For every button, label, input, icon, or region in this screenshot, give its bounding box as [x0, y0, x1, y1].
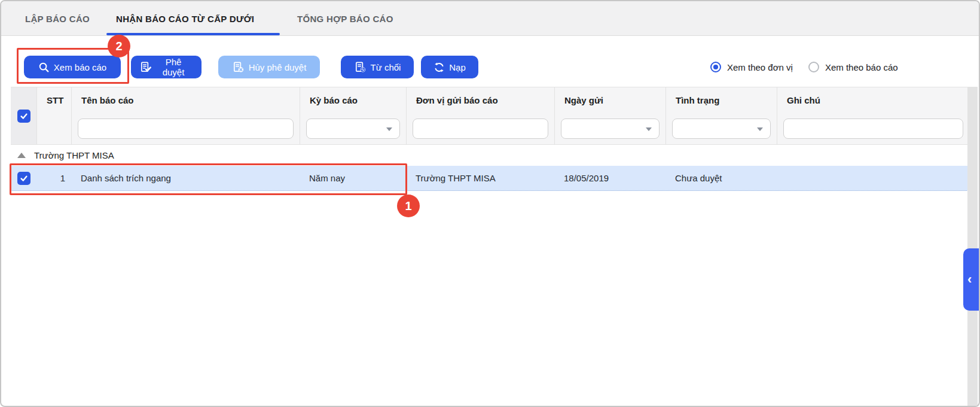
annotation-badge-step1: 1 [397, 195, 420, 217]
reload-label: Nạp [449, 62, 466, 72]
radio-view-by-unit-label: Xem theo đơn vị [727, 62, 793, 72]
column-don-vi-gui[interactable]: Đơn vị gửi báo cáo [407, 87, 555, 144]
cell-stt: 1 [37, 166, 72, 190]
approve-label: Phê duyệt [154, 57, 193, 77]
column-stt-label: STT [37, 87, 71, 113]
tab-lap-bao-cao[interactable]: LẬP BÁO CÁO [25, 1, 90, 36]
sync-icon [433, 62, 445, 73]
toolbar: Xem báo cáo Phê duyệt Hủy phê duyệt [1, 37, 979, 87]
grid-header: STT Tên báo cáo Kỳ báo cáo Đơn vị gửi bá… [11, 87, 970, 145]
select-all-checkbox[interactable] [17, 110, 30, 123]
column-ngay-gui-label: Ngày gửi [555, 87, 665, 113]
check-icon [20, 174, 28, 183]
filter-ten-bao-cao-input[interactable] [78, 119, 293, 138]
column-ky-bao-cao[interactable]: Kỳ báo cáo [300, 87, 407, 144]
search-icon [38, 62, 50, 73]
view-report-button[interactable]: Xem báo cáo [24, 56, 121, 78]
filter-ghi-chu[interactable] [783, 119, 963, 139]
column-don-vi-gui-label: Đơn vị gửi báo cáo [407, 87, 554, 113]
group-row-label: Trường THPT MISA [34, 150, 114, 160]
cell-ghi-chu [777, 166, 970, 190]
approve-doc-icon [139, 61, 152, 73]
row-checkbox-cell [11, 166, 37, 190]
row-checkbox[interactable] [17, 172, 30, 185]
filter-ky-bao-cao-input[interactable] [307, 119, 399, 138]
chevron-left-icon: ‹ [967, 273, 972, 286]
cell-ky-bao-cao: Năm nay [300, 166, 407, 190]
group-row-truong-thpt-misa[interactable]: Trường THPT MISA [11, 145, 970, 166]
select-all-cell [11, 87, 37, 144]
filter-tinh-trang-input[interactable] [673, 119, 770, 138]
column-ngay-gui[interactable]: Ngày gửi [555, 87, 666, 144]
report-grid: STT Tên báo cáo Kỳ báo cáo Đơn vị gửi bá… [11, 87, 970, 191]
column-stt[interactable]: STT [37, 87, 72, 144]
radio-view-by-unit[interactable]: Xem theo đơn vị [710, 62, 793, 72]
unapprove-doc-icon [232, 61, 245, 73]
tab-bar: LẬP BÁO CÁO NHẬN BÁO CÁO TỪ CẤP DƯỚI TỔN… [1, 1, 979, 36]
view-mode-radio-group: Xem theo đơn vị Xem theo báo cáo [710, 56, 898, 78]
app-window: LẬP BÁO CÁO NHẬN BÁO CÁO TỪ CẤP DƯỚI TỔN… [0, 0, 980, 407]
reject-button[interactable]: Từ chối [341, 56, 414, 78]
filter-tinh-trang[interactable] [672, 119, 771, 139]
filter-ten-bao-cao[interactable] [78, 119, 294, 139]
column-ky-bao-cao-label: Kỳ báo cáo [300, 87, 406, 113]
column-tinh-trang[interactable]: Tình trạng [666, 87, 777, 144]
radio-selected-icon [710, 62, 721, 72]
column-ten-bao-cao-label: Tên báo cáo [72, 87, 300, 113]
reject-doc-icon [354, 61, 367, 73]
reject-label: Từ chối [371, 62, 401, 72]
scrollbar-track[interactable] [967, 87, 978, 406]
filter-don-vi-gui-input[interactable] [413, 119, 548, 138]
column-ghi-chu-label: Ghi chú [777, 87, 969, 113]
radio-view-by-report[interactable]: Xem theo báo cáo [808, 62, 898, 72]
unapprove-label: Hủy phê duyệt [249, 62, 307, 72]
cell-don-vi-gui: Trường THPT MISA [407, 166, 555, 190]
filter-ghi-chu-input[interactable] [784, 119, 963, 138]
unapprove-button[interactable]: Hủy phê duyệt [218, 56, 320, 78]
tab-tong-hop-bao-cao[interactable]: TỔNG HỢP BÁO CÁO [297, 1, 393, 36]
cell-tinh-trang: Chưa duyệt [666, 166, 777, 190]
reload-button[interactable]: Nạp [421, 56, 478, 78]
report-row[interactable]: 1 Danh sách trích ngang Năm nay Trường T… [11, 166, 970, 191]
filter-don-vi-gui[interactable] [413, 119, 548, 139]
filter-ngay-gui[interactable] [561, 119, 660, 139]
tab-nhan-bao-cao-tu-cap-duoi[interactable]: NHẬN BÁO CÁO TỪ CẤP DƯỚI [116, 1, 254, 36]
filter-ky-bao-cao[interactable] [306, 119, 400, 139]
filter-ngay-gui-input[interactable] [561, 119, 659, 138]
collapse-panel-tab[interactable]: ‹ [963, 248, 980, 311]
collapse-triangle-icon[interactable] [17, 153, 26, 158]
approve-button[interactable]: Phê duyệt [131, 56, 202, 78]
column-ghi-chu[interactable]: Ghi chú [777, 87, 970, 144]
cell-ten-bao-cao: Danh sách trích ngang [72, 166, 300, 190]
view-report-label: Xem báo cáo [54, 62, 106, 72]
column-tinh-trang-label: Tình trạng [666, 87, 777, 113]
check-icon [20, 112, 28, 120]
cell-ngay-gui: 18/05/2019 [555, 166, 666, 190]
active-tab-indicator [106, 33, 280, 35]
radio-unselected-icon [808, 62, 819, 72]
column-ten-bao-cao[interactable]: Tên báo cáo [72, 87, 300, 144]
radio-view-by-report-label: Xem theo báo cáo [825, 62, 898, 72]
